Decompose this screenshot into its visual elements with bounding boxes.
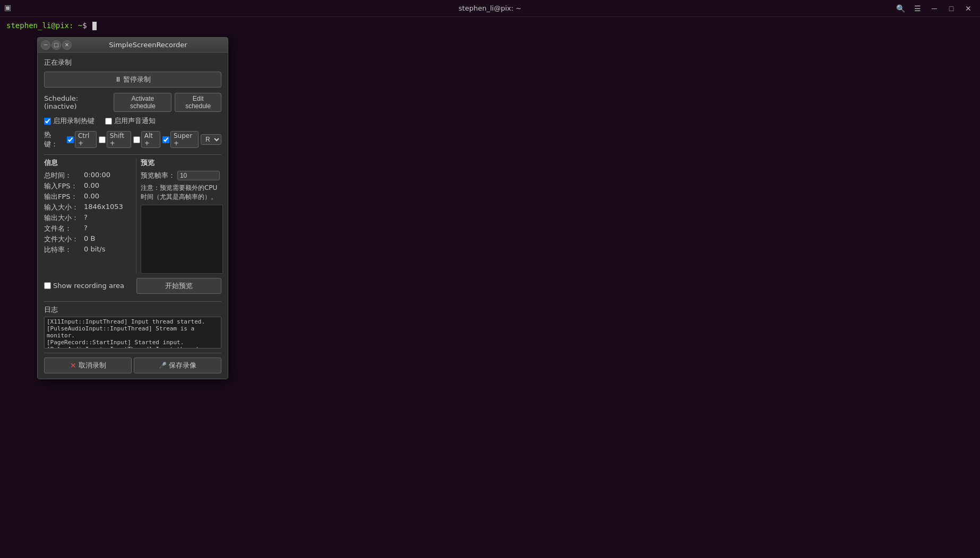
terminal-content: stephen_li@pix: ~$	[0, 17, 980, 34]
preview-area	[141, 205, 223, 274]
shift-check[interactable]: Shift +	[99, 131, 131, 148]
cancel-recording-button[interactable]: ✕ 取消录制	[44, 358, 132, 373]
terminal-icon: ▣	[4, 3, 15, 14]
alt-label: Alt +	[141, 131, 160, 148]
info-val-3: 1846x1053	[84, 203, 123, 212]
preview-fps-label: 预览帧率：	[141, 171, 175, 180]
info-key-3: 输入大小：	[44, 203, 84, 212]
enable-audio-notify-checkbox[interactable]	[105, 118, 112, 125]
preview-column: 预览 预览帧率： 注意：预览需要额外的CPU时间（尤其是高帧率的）。	[136, 158, 223, 274]
hotkey-row: 热键： Ctrl + Shift + Alt + Super + R	[44, 130, 221, 149]
enable-audio-notify-checkbox-label[interactable]: 启用声音通知	[105, 116, 156, 126]
ssr-dialog: ─ □ ✕ SimpleScreenRecorder 正在录制 ⏸ 暂停录制 S…	[37, 37, 228, 379]
titlebar-left: ▣	[4, 3, 15, 14]
enable-hotkey-checkbox[interactable]	[44, 118, 51, 125]
ctrl-label: Ctrl +	[75, 131, 97, 148]
info-row-6: 文件大小： 0 B	[44, 234, 123, 244]
enable-hotkey-label: 启用录制热键	[53, 116, 94, 126]
start-preview-button[interactable]: 开始预览	[136, 278, 221, 294]
prompt-symbol: $	[82, 21, 91, 30]
prompt-dir: ~	[73, 21, 82, 30]
info-val-2: 0.00	[84, 192, 99, 202]
alt-checkbox[interactable]	[133, 136, 140, 143]
activate-schedule-button[interactable]: Activate schedule	[114, 93, 171, 112]
preview-fps-input[interactable]	[177, 171, 220, 180]
info-row-2: 输出FPS： 0.00	[44, 192, 123, 202]
info-row-5: 文件名： ?	[44, 224, 123, 233]
info-val-4: ?	[84, 213, 88, 223]
enable-hotkey-checkbox-label[interactable]: 启用录制热键	[44, 116, 94, 126]
save-recording-button[interactable]: 🎤 保存录像	[134, 358, 221, 373]
info-key-7: 比特率：	[44, 245, 84, 255]
info-key-0: 总时间：	[44, 171, 84, 180]
info-val-7: 0 bit/s	[84, 245, 106, 255]
hotkey-key-select[interactable]: R	[201, 134, 221, 145]
super-checkbox[interactable]	[162, 136, 169, 143]
super-check[interactable]: Super +	[162, 131, 199, 148]
titlebar-title: stephen_li@pix: ~	[459, 4, 521, 12]
info-row-0: 总时间： 0:00:00	[44, 171, 123, 180]
ctrl-checkbox[interactable]	[67, 136, 74, 143]
prompt-user: stephen_li@pix:	[6, 21, 73, 30]
save-btn-label: 保存录像	[169, 361, 196, 370]
info-header: 信息	[44, 158, 123, 168]
super-label: Super +	[170, 131, 199, 148]
log-line-1: [PulseAudioInput::InputThread] Stream is…	[47, 325, 217, 339]
dialog-window-buttons: ─ □ ✕	[41, 40, 72, 50]
log-header: 日志	[44, 305, 221, 315]
show-recording-area-checkbox[interactable]	[44, 282, 51, 289]
info-val-6: 0 B	[84, 234, 95, 244]
dialog-minimize-btn[interactable]: ─	[41, 40, 50, 50]
info-key-4: 输出大小：	[44, 213, 84, 223]
log-line-3: [PulseAudioInput::InputThread] Input thr…	[47, 346, 217, 348]
info-row-3: 输入大小： 1846x1053	[44, 203, 123, 212]
cancel-btn-label: 取消录制	[79, 361, 106, 370]
log-line-0: [X11Input::InputThread] Input thread sta…	[47, 318, 217, 325]
preview-note: 注意：预览需要额外的CPU时间（尤其是高帧率的）。	[141, 184, 223, 202]
enable-audio-notify-label: 启用声音通知	[114, 116, 156, 126]
schedule-status: Schedule: (inactive)	[44, 94, 110, 110]
pause-button[interactable]: ⏸ 暂停录制	[44, 72, 221, 88]
info-val-5: ?	[84, 224, 88, 233]
cancel-icon: ✕	[70, 361, 76, 370]
section-divider-1	[44, 154, 221, 155]
log-content: [X11Input::InputThread] Input thread sta…	[47, 318, 219, 348]
log-section: 日志 [X11Input::InputThread] Input thread …	[44, 305, 221, 348]
terminal-prompt: stephen_li@pix: ~$	[6, 21, 91, 30]
dialog-titlebar: ─ □ ✕ SimpleScreenRecorder	[38, 38, 228, 53]
terminal-titlebar: ▣ stephen_li@pix: ~ 🔍 ☰ ─ □ ✕	[0, 0, 980, 17]
show-recording-area-label[interactable]: Show recording area	[44, 282, 124, 290]
log-line-2: [PageRecord::StartInput] Started input.	[47, 339, 217, 346]
hotkey-label: 热键：	[44, 130, 63, 149]
info-key-5: 文件名：	[44, 224, 84, 233]
info-preview-row: 信息 总时间： 0:00:00 输入FPS： 0.00 输出FPS： 0.00 …	[44, 158, 221, 274]
info-key-6: 文件大小：	[44, 234, 84, 244]
titlebar-controls: 🔍 ☰ ─ □ ✕	[893, 1, 976, 16]
dialog-title: SimpleScreenRecorder	[72, 41, 225, 49]
alt-check[interactable]: Alt +	[133, 131, 160, 148]
bottom-buttons: ✕ 取消录制 🎤 保存录像	[44, 353, 221, 373]
log-area[interactable]: [X11Input::InputThread] Input thread sta…	[44, 317, 221, 348]
schedule-row: Schedule: (inactive) Activate schedule E…	[44, 93, 221, 112]
dialog-maximize-btn[interactable]: □	[51, 40, 61, 50]
info-row-4: 输出大小： ?	[44, 213, 123, 223]
save-icon: 🎤	[159, 362, 167, 369]
info-row-7: 比特率： 0 bit/s	[44, 245, 123, 255]
maximize-button[interactable]: □	[944, 1, 959, 16]
show-recording-area-text: Show recording area	[53, 282, 124, 290]
checkboxes-row: 启用录制热键 启用声音通知	[44, 116, 221, 126]
ctrl-check[interactable]: Ctrl +	[67, 131, 97, 148]
search-button[interactable]: 🔍	[893, 1, 908, 16]
recording-status: 正在录制	[44, 58, 221, 67]
edit-schedule-button[interactable]: Edit schedule	[175, 93, 221, 112]
close-button[interactable]: ✕	[961, 1, 976, 16]
shift-label: Shift +	[107, 131, 131, 148]
menu-button[interactable]: ☰	[910, 1, 925, 16]
terminal-cursor	[92, 22, 97, 30]
minimize-button[interactable]: ─	[927, 1, 942, 16]
info-val-1: 0.00	[84, 181, 99, 191]
section-divider-2	[44, 301, 221, 302]
shift-checkbox[interactable]	[99, 136, 106, 143]
dialog-body: 正在录制 ⏸ 暂停录制 Schedule: (inactive) Activat…	[38, 53, 228, 379]
dialog-close-btn[interactable]: ✕	[62, 40, 72, 50]
